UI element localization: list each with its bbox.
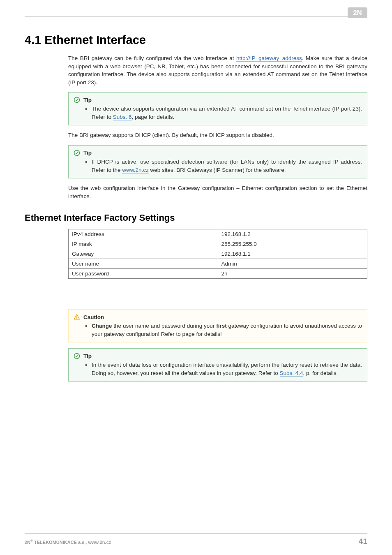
svg-rect-5 [76, 318, 77, 319]
top-divider [25, 16, 367, 17]
tip-header: Tip [74, 353, 362, 359]
check-circle-icon [74, 353, 80, 359]
factory-settings-table: IPv4 address 192.168.1.2 IP mask 255.255… [68, 229, 367, 279]
caution-header: Caution [74, 314, 362, 320]
caution-label: Caution [83, 314, 104, 320]
caution-mid: the user name and password during your [112, 323, 217, 329]
check-circle-icon [74, 97, 80, 103]
factory-settings-heading: Ethernet Interface Factory Settings [25, 213, 367, 223]
table-row: User password 2n [69, 269, 367, 279]
caution-strong1: Change [92, 323, 112, 329]
tip-label: Tip [83, 97, 92, 103]
tip-callout-1: Tip The device also supports configurati… [68, 92, 367, 125]
footer-company-prefix: 2N [25, 540, 30, 545]
tip3-suffix: , p. for details. [303, 370, 338, 376]
cell-key: IP mask [69, 239, 218, 249]
tip2-suffix: web sites, BRI Gateways (IP Scanner) for… [149, 167, 286, 173]
tip-callout-2: Tip If DHCP is active, use specialised d… [68, 145, 367, 178]
page-title: 4.1 Ethernet Interface [25, 33, 367, 47]
dhcp-paragraph: The BRI gateway supports DHCP (client). … [68, 131, 367, 139]
table-row: Gateway 192.168.1.1 [69, 249, 367, 259]
cell-key: IPv4 address [69, 229, 218, 239]
check-circle-icon [74, 150, 80, 156]
table-row: User name Admin [69, 259, 367, 269]
post-tip2-paragraph: Use the web configuration interface in t… [68, 184, 367, 200]
tip-header: Tip [74, 150, 362, 156]
tip-item: If DHCP is active, use specialised detec… [92, 158, 362, 174]
subs44-link[interactable]: Subs. 4.4 [280, 370, 303, 377]
caution-item: Change the user name and password during… [92, 322, 362, 338]
cell-value: 192.168.1.2 [218, 229, 367, 239]
cell-key: Gateway [69, 249, 218, 259]
tip-item: In the event of data loss or configurati… [92, 361, 362, 377]
caution-callout: Caution Change the user name and passwor… [68, 309, 367, 342]
table-row: IP mask 255.255.255.0 [69, 239, 367, 249]
gateway-address-link[interactable]: http://IP_gateway_address [236, 55, 302, 62]
tip-header: Tip [74, 97, 362, 103]
tip1-suffix: , page for details. [132, 114, 175, 120]
svg-rect-4 [76, 316, 77, 318]
cell-value: 2n [218, 269, 367, 279]
tip-label: Tip [83, 150, 92, 156]
tip-label: Tip [83, 353, 92, 359]
cell-value: Admin [218, 259, 367, 269]
cell-value: 192.168.1.1 [218, 249, 367, 259]
content-block: The BRI gateway can be fully configured … [68, 54, 367, 200]
logo-2n-icon: 2N [348, 7, 367, 18]
tip-item: The device also supports configuration v… [92, 105, 362, 121]
table-block: IPv4 address 192.168.1.2 IP mask 255.255… [68, 229, 367, 382]
cell-key: User name [69, 259, 218, 269]
svg-text:2N: 2N [353, 9, 362, 17]
page-footer: 2N® TELEKOMUNIKACE a.s., www.2n.cz 41 [25, 533, 367, 546]
warning-triangle-icon [74, 314, 80, 320]
brand-logo: 2N [348, 7, 367, 18]
cell-key: User password [69, 269, 218, 279]
page-number: 41 [359, 537, 367, 546]
cell-value: 255.255.255.0 [218, 239, 367, 249]
page: 2N 4.1 Ethernet Interface The BRI gatewa… [0, 0, 392, 555]
tip-callout-3: Tip In the event of data loss or configu… [68, 348, 367, 382]
intro-paragraph: The BRI gateway can be fully configured … [68, 54, 367, 86]
subs6-link[interactable]: Subs. 6 [113, 114, 132, 120]
2ncz-link[interactable]: www.2n.cz [122, 167, 149, 173]
intro-text-prefix: The BRI gateway can be fully configured … [68, 55, 236, 61]
footer-company-suffix: TELEKOMUNIKACE a.s., www.2n.cz [33, 540, 111, 545]
caution-strong2: first [216, 323, 227, 329]
footer-company: 2N® TELEKOMUNIKACE a.s., www.2n.cz [25, 539, 111, 545]
table-row: IPv4 address 192.168.1.2 [69, 229, 367, 239]
